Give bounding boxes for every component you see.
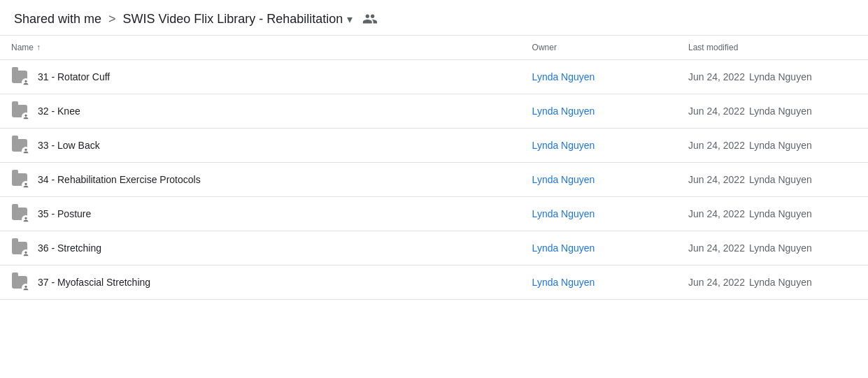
name-cell: 36 - Stretching <box>0 231 521 266</box>
breadcrumb-current-folder: SWIS Video Flix Library - Rehabilitation… <box>123 12 353 27</box>
shared-folder-icon <box>11 240 28 256</box>
owner-cell[interactable]: Lynda Nguyen <box>521 231 677 266</box>
table-row[interactable]: 33 - Low Back Lynda Nguyen Jun 24, 2022 … <box>0 129 868 163</box>
column-header-name[interactable]: Name ↑ <box>0 36 521 60</box>
owner-cell[interactable]: Lynda Nguyen <box>521 129 677 163</box>
table-row[interactable]: 34 - Rehabilitation Exercise Protocols L… <box>0 163 868 197</box>
modified-cell: Jun 24, 2022 Lynda Nguyen <box>677 60 868 94</box>
modified-date: Jun 24, 2022 <box>688 277 745 288</box>
modified-cell: Jun 24, 2022 Lynda Nguyen <box>677 266 868 300</box>
file-name: 34 - Rehabilitation Exercise Protocols <box>38 174 201 185</box>
file-table: Name ↑ Owner Last modified 31 <box>0 36 868 300</box>
breadcrumb-shared-link[interactable]: Shared with me <box>14 12 101 27</box>
name-cell: 33 - Low Back <box>0 129 521 163</box>
name-cell: 37 - Myofascial Stretching <box>0 266 521 300</box>
table-row[interactable]: 35 - Posture Lynda Nguyen Jun 24, 2022 L… <box>0 197 868 231</box>
breadcrumb-separator: > <box>108 12 116 27</box>
modified-cell: Jun 24, 2022 Lynda Nguyen <box>677 197 868 231</box>
table-row[interactable]: 32 - Knee Lynda Nguyen Jun 24, 2022 Lynd… <box>0 94 868 129</box>
owner-cell[interactable]: Lynda Nguyen <box>521 163 677 197</box>
modified-by: Lynda Nguyen <box>749 140 812 151</box>
file-name: 37 - Myofascial Stretching <box>38 277 150 288</box>
owner-cell[interactable]: Lynda Nguyen <box>521 266 677 300</box>
modified-date: Jun 24, 2022 <box>688 106 745 117</box>
modified-by: Lynda Nguyen <box>749 174 812 185</box>
name-sort-icon: ↑ <box>36 43 41 52</box>
file-name: 35 - Posture <box>38 208 91 219</box>
modified-by: Lynda Nguyen <box>749 106 812 117</box>
file-name: 31 - Rotator Cuff <box>38 71 110 82</box>
shared-folder-icon <box>11 103 28 119</box>
breadcrumb-bar: Shared with me > SWIS Video Flix Library… <box>0 0 868 36</box>
name-cell: 31 - Rotator Cuff <box>0 60 521 94</box>
owner-cell[interactable]: Lynda Nguyen <box>521 197 677 231</box>
shared-folder-icon <box>11 137 28 154</box>
file-name: 32 - Knee <box>38 106 80 117</box>
file-name: 33 - Low Back <box>38 140 100 151</box>
name-cell: 35 - Posture <box>0 197 521 231</box>
shared-folder-icon <box>11 205 28 222</box>
owner-cell[interactable]: Lynda Nguyen <box>521 94 677 129</box>
name-cell: 32 - Knee <box>0 94 521 129</box>
file-name: 36 - Stretching <box>38 242 101 254</box>
folder-dropdown-icon[interactable]: ▾ <box>347 13 353 26</box>
current-folder-name: SWIS Video Flix Library - Rehabilitation <box>123 12 343 27</box>
modified-cell: Jun 24, 2022 Lynda Nguyen <box>677 129 868 163</box>
modified-date: Jun 24, 2022 <box>688 174 745 185</box>
name-column-label: Name <box>11 43 34 52</box>
shared-folder-icon <box>11 171 28 188</box>
modified-by: Lynda Nguyen <box>749 242 812 254</box>
owner-column-label: Owner <box>532 43 557 52</box>
table-row[interactable]: 31 - Rotator Cuff Lynda Nguyen Jun 24, 2… <box>0 60 868 94</box>
owner-cell[interactable]: Lynda Nguyen <box>521 60 677 94</box>
modified-by: Lynda Nguyen <box>749 208 812 219</box>
table-row[interactable]: 37 - Myofascial Stretching Lynda Nguyen … <box>0 266 868 300</box>
shared-folder-icon <box>11 68 28 85</box>
column-header-modified[interactable]: Last modified <box>677 36 868 60</box>
modified-date: Jun 24, 2022 <box>688 140 745 151</box>
modified-cell: Jun 24, 2022 Lynda Nguyen <box>677 163 868 197</box>
modified-by: Lynda Nguyen <box>749 71 812 82</box>
name-cell: 34 - Rehabilitation Exercise Protocols <box>0 163 521 197</box>
column-header-owner[interactable]: Owner <box>521 36 677 60</box>
modified-date: Jun 24, 2022 <box>688 208 745 219</box>
modified-by: Lynda Nguyen <box>749 277 812 288</box>
people-icon-button[interactable] <box>362 11 378 27</box>
shared-folder-icon <box>11 274 28 291</box>
modified-cell: Jun 24, 2022 Lynda Nguyen <box>677 94 868 129</box>
modified-column-label: Last modified <box>688 43 738 52</box>
modified-cell: Jun 24, 2022 Lynda Nguyen <box>677 231 868 266</box>
modified-date: Jun 24, 2022 <box>688 242 745 254</box>
table-row[interactable]: 36 - Stretching Lynda Nguyen Jun 24, 202… <box>0 231 868 266</box>
modified-date: Jun 24, 2022 <box>688 71 745 82</box>
